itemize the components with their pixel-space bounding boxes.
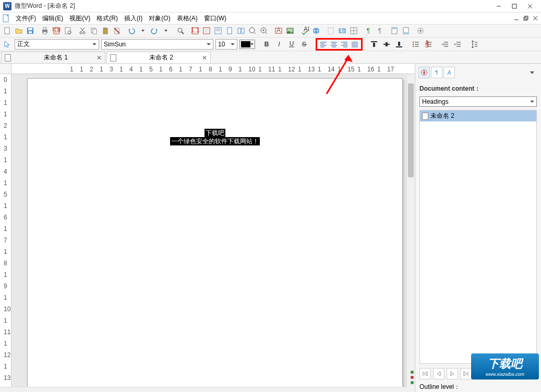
italic-button[interactable]: I [274,39,284,50]
cut-button[interactable] [77,26,88,36]
menu-format[interactable]: 格式(R) [93,13,121,24]
valign-middle-button[interactable] [381,39,392,50]
sidepanel-dropdown[interactable] [526,67,538,78]
valign-top-button[interactable] [369,39,379,50]
font-select[interactable]: SimSun [101,39,213,50]
nav-down-icon[interactable] [411,381,414,384]
bullet-list-button[interactable] [411,39,421,50]
bookmark-button[interactable] [326,26,336,36]
outline-item[interactable]: 未命名 2 [420,111,536,121]
field-button[interactable]: L [337,26,347,36]
doc-text-line1[interactable]: 下载吧 [205,129,225,137]
doc-tab-1-label: 未命名 1 [15,53,97,62]
align-justify-button[interactable] [350,39,360,50]
numbered-list-button[interactable]: 123 [423,39,434,50]
spellcheck-button[interactable]: ABC [299,26,310,36]
doc-text-line2[interactable]: 一个绿色安全的软件下载网站！ [170,137,260,145]
close-button[interactable] [522,1,538,11]
maximize-button[interactable] [507,1,522,11]
image-button[interactable] [285,26,295,36]
menu-edit[interactable]: 编辑(E) [39,13,66,24]
textbox-button[interactable]: A [273,26,284,36]
new-button[interactable] [2,26,13,36]
copy-button[interactable] [89,26,99,36]
underline-button[interactable]: U [286,39,297,50]
document-canvas[interactable]: 下载吧 一个绿色安全的软件下载网站！ [11,74,415,387]
paste-button[interactable] [100,26,111,36]
fontsize-select[interactable]: 10 [215,39,237,50]
horizontal-scrollbar[interactable] [0,387,406,392]
doc-tab-icon [5,54,11,62]
nav-marker-icon[interactable] [411,376,414,379]
line-spacing-button[interactable] [469,39,479,50]
paragraph-button[interactable]: ¶ [363,26,374,36]
align-center-button[interactable] [329,39,339,50]
footer-button[interactable] [401,26,411,36]
delete-button[interactable] [112,26,122,36]
view-fit-button[interactable] [201,26,212,36]
decrease-indent-button[interactable] [440,39,450,50]
header-button[interactable] [389,26,400,36]
svg-text:¶: ¶ [378,27,381,34]
print-preview-button[interactable] [63,26,73,36]
increase-indent-button[interactable] [452,39,463,50]
doc-tab-1[interactable]: 未命名 1 ✕ [1,52,105,63]
sidepanel-tab-navigator[interactable] [418,67,430,78]
view-page-button[interactable] [224,26,235,36]
settings-button[interactable] [415,26,426,36]
svg-point-21 [80,32,82,34]
style-select[interactable]: 正文 [15,39,99,50]
save-button[interactable] [25,26,35,36]
view-zoom100-button[interactable]: 1:1 [190,26,200,36]
doc-tab-2[interactable]: 未命名 2 ✕ [106,52,211,63]
redo-button[interactable] [149,26,160,36]
valign-bottom-button[interactable] [394,39,404,50]
pdf-button[interactable]: PDF [51,26,62,36]
svg-rect-57 [328,28,333,34]
sidepanel-tab-font[interactable]: A [443,67,455,78]
doc-tab-1-close[interactable]: ✕ [97,54,102,62]
mdi-restore-button[interactable] [522,15,530,22]
zoom-in-button[interactable] [259,26,269,36]
view-multipage-button[interactable] [236,26,246,36]
bold-button[interactable]: B [261,39,272,50]
style-value: 正文 [17,40,30,48]
menu-insert[interactable]: 插入(I) [121,13,146,24]
align-left-button[interactable] [318,39,329,50]
menu-object[interactable]: 对象(O) [146,13,173,24]
menu-file[interactable]: 文件(F) [13,13,39,24]
doc-tab-2-close[interactable]: ✕ [202,54,207,62]
mdi-minimize-button[interactable] [513,15,520,22]
outline-list[interactable]: 未命名 2 [419,110,537,364]
vertical-scrollbar[interactable] [406,74,415,387]
hyperlink-button[interactable] [311,26,321,36]
view-width-button[interactable] [213,26,223,36]
nav-last-button[interactable] [460,368,472,379]
paragraph-marks-button[interactable]: ¶ [375,26,385,36]
nav-next-button[interactable] [447,368,458,379]
cursor-tool-button[interactable] [2,39,13,50]
redo-dropdown[interactable] [161,26,171,36]
menu-window[interactable]: 窗口(W) [201,13,230,24]
nav-first-button[interactable] [419,368,431,379]
print-button[interactable] [40,26,50,36]
minimize-button[interactable] [491,1,507,11]
mdi-close-button[interactable] [532,15,539,22]
sidepanel-mode-select[interactable]: Headings [419,96,537,107]
menu-view[interactable]: 视图(V) [66,13,93,24]
align-right-button[interactable] [339,39,350,50]
undo-dropdown[interactable] [138,26,148,36]
undo-button[interactable] [126,26,137,36]
zoom-button[interactable] [247,26,258,36]
alignment-highlight-box [316,38,363,51]
nav-up-icon[interactable] [411,371,414,374]
svg-line-24 [80,28,84,32]
find-button[interactable] [175,26,186,36]
sidepanel-tab-paragraph[interactable]: ¶ [431,67,442,78]
symbol-button[interactable] [348,26,359,36]
menu-table[interactable]: 表格(A) [174,13,201,24]
fontcolor-select[interactable] [239,40,255,49]
nav-prev-button[interactable] [433,368,444,379]
open-button[interactable] [14,26,24,36]
strike-button[interactable]: S [299,39,309,50]
